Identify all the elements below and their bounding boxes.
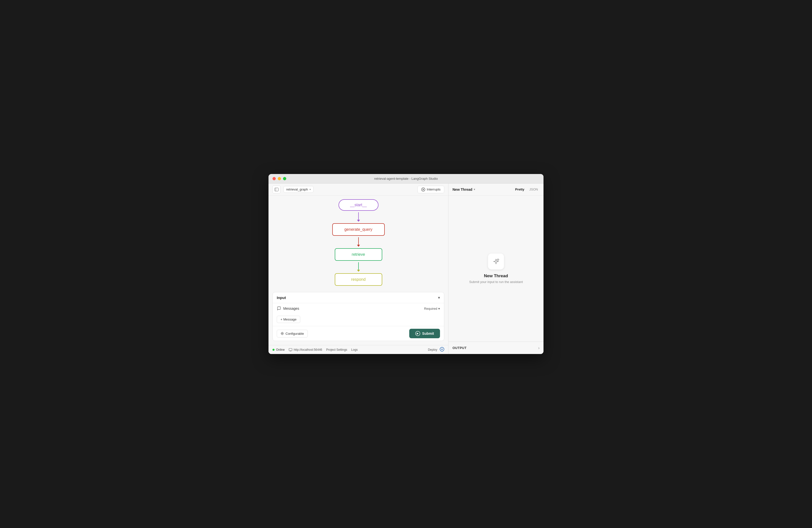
maximize-button[interactable] <box>283 177 286 180</box>
add-message-row: + Message <box>273 314 444 326</box>
required-badge[interactable]: Required ▾ <box>424 307 440 310</box>
view-toggles: Pretty JSON <box>513 187 539 192</box>
input-title: Input <box>277 295 286 300</box>
messages-text: Messages <box>283 307 299 310</box>
arrow-head-green <box>357 270 360 272</box>
input-header: Input ▾ <box>273 292 444 303</box>
sparkle-icon <box>492 258 500 265</box>
new-thread-subtitle: Submit your input to run the assistant <box>469 280 523 284</box>
graph-selector-label: retrieval_graph <box>286 188 308 191</box>
new-thread-heading: New Thread <box>484 274 508 279</box>
input-panel: Input ▾ Messages Required ▾ <box>273 292 444 341</box>
output-chevron-icon[interactable]: › <box>538 346 539 350</box>
input-collapse-button[interactable]: ▾ <box>438 295 440 300</box>
new-thread-content: New Thread Submit your input to run the … <box>449 195 543 341</box>
online-indicator <box>273 349 275 351</box>
svg-rect-0 <box>275 188 278 191</box>
sidebar-icon <box>275 188 278 191</box>
input-footer: Configurable ▶ Submit <box>273 326 444 341</box>
add-message-label: + Message <box>280 318 296 321</box>
langgraph-icon <box>440 347 444 352</box>
sidebar-toggle-button[interactable] <box>273 186 280 193</box>
interrupts-label: Interrupts <box>427 188 440 191</box>
deploy-button[interactable]: Deploy <box>428 348 437 352</box>
new-thread-icon <box>488 253 504 269</box>
graph-nodes: __start__ generate_query <box>332 199 385 286</box>
arrow-line-purple <box>358 212 359 220</box>
url-label[interactable]: http://localhost:56446 <box>294 348 322 352</box>
json-view-toggle[interactable]: JSON <box>528 187 539 192</box>
arrow-head-red <box>357 245 360 247</box>
thread-selector[interactable]: New Thread ▾ <box>452 188 475 191</box>
output-label: OUTPUT <box>452 346 466 350</box>
node-generate-label: generate_query <box>344 227 372 232</box>
node-start[interactable]: __start__ <box>338 199 378 211</box>
output-section: OUTPUT › <box>449 341 543 354</box>
right-toolbar: New Thread ▾ Pretty JSON <box>449 184 543 195</box>
left-panel: retrieval_graph ▾ Interrupts __start__ <box>269 184 449 354</box>
svg-rect-4 <box>289 348 292 351</box>
status-right: Deploy <box>428 347 444 352</box>
svg-point-3 <box>282 333 283 334</box>
messages-icon <box>277 306 281 311</box>
arrow-retrieve-to-respond <box>357 261 360 273</box>
submit-label: Submit <box>422 332 434 336</box>
close-button[interactable] <box>273 177 276 180</box>
monitor-icon <box>289 348 292 351</box>
node-start-label: __start__ <box>350 203 367 207</box>
node-respond-label: respond <box>351 277 366 282</box>
gear-icon <box>280 332 284 335</box>
required-chevron-icon: ▾ <box>438 307 440 310</box>
arrow-generate-to-retrieve <box>357 236 360 248</box>
pretty-view-toggle[interactable]: Pretty <box>513 187 526 192</box>
logs-link[interactable]: Logs <box>351 348 358 352</box>
project-settings-link[interactable]: Project Settings <box>326 348 347 352</box>
arrow-head-purple <box>357 220 360 222</box>
messages-row: Messages Required ▾ <box>273 303 444 314</box>
submit-button[interactable]: ▶ Submit <box>409 329 440 338</box>
node-retrieve[interactable]: retrieve <box>335 248 382 261</box>
graph-toolbar: retrieval_graph ▾ Interrupts <box>269 184 448 195</box>
thread-chevron-icon: ▾ <box>474 188 475 191</box>
online-label: Online <box>276 348 285 352</box>
node-generate-query[interactable]: generate_query <box>332 223 385 236</box>
app-window: retrieval-agent-template - LangGraph Stu… <box>269 174 543 354</box>
deploy-icon <box>440 347 444 352</box>
node-respond[interactable]: respond <box>335 273 382 286</box>
messages-label: Messages <box>277 306 299 311</box>
graph-selector-dropdown[interactable]: retrieval_graph ▾ <box>284 186 314 193</box>
minimize-button[interactable] <box>278 177 281 180</box>
configurable-label: Configurable <box>286 332 304 336</box>
thread-title: New Thread <box>452 188 472 191</box>
interrupts-icon <box>421 188 425 191</box>
traffic-lights <box>273 177 286 180</box>
add-message-button[interactable]: + Message <box>277 316 300 323</box>
arrow-line-red <box>358 237 359 245</box>
arrow-line-green <box>358 262 359 270</box>
required-label: Required <box>424 307 437 310</box>
arrow-start-to-generate <box>357 211 360 223</box>
right-panel: New Thread ▾ Pretty JSON New Thread Sub <box>449 184 543 354</box>
configurable-button[interactable]: Configurable <box>277 330 308 337</box>
status-bar: Online http://localhost:56446 Project Se… <box>269 345 448 354</box>
chevron-down-icon: ▾ <box>309 188 311 191</box>
interrupts-button[interactable]: Interrupts <box>418 186 444 193</box>
graph-canvas: __start__ generate_query <box>269 195 448 290</box>
window-title: retrieval-agent-template - LangGraph Stu… <box>374 177 438 180</box>
node-retrieve-label: retrieve <box>352 252 365 257</box>
title-bar: retrieval-agent-template - LangGraph Stu… <box>269 174 543 184</box>
play-icon: ▶ <box>415 331 420 336</box>
main-content: retrieval_graph ▾ Interrupts __start__ <box>269 184 543 354</box>
status-url: http://localhost:56446 <box>289 348 322 352</box>
status-online: Online <box>273 348 285 352</box>
